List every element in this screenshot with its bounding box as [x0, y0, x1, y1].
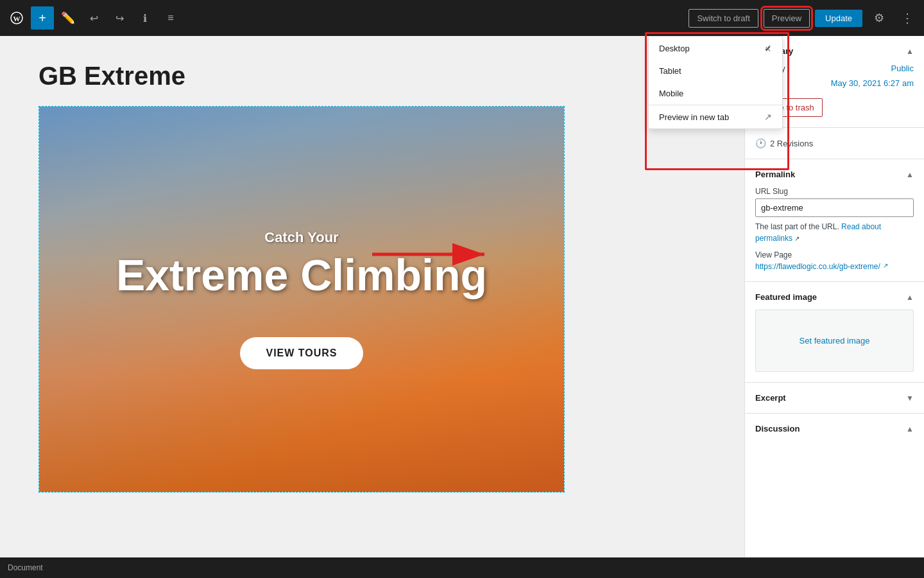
wp-logo-icon: W — [10, 12, 23, 24]
bottom-bar: Document — [0, 557, 924, 578]
preview-button[interactable]: Preview — [764, 9, 810, 28]
ellipsis-icon: ⋮ — [901, 10, 914, 26]
url-slug-input[interactable] — [755, 198, 914, 217]
dropdown-mobile-item[interactable]: Mobile — [649, 82, 782, 105]
list-view-button[interactable]: ≡ — [159, 6, 182, 30]
mobile-label: Mobile — [659, 89, 683, 98]
view-page-url: https://flawedlogic.co.uk/gb-extreme/ — [755, 262, 880, 271]
permalink-chevron-icon: ▲ — [906, 170, 914, 179]
featured-image-section: Featured image ▲ Set featured image — [745, 282, 924, 383]
undo-icon: ↩ — [90, 12, 98, 24]
revisions-row: 🕐 2 Revisions — [755, 138, 914, 148]
hero-subtitle: Catch Your — [264, 229, 338, 246]
permalink-section: Permalink ▲ URL Slug The last part of th… — [745, 159, 924, 282]
discussion-section: Discussion ▲ — [745, 414, 924, 444]
preview-new-tab-label: Preview in new tab — [659, 112, 729, 122]
add-block-button[interactable]: + — [31, 6, 54, 30]
permalink-header[interactable]: Permalink ▲ — [755, 170, 914, 179]
view-page-link[interactable]: https://flawedlogic.co.uk/gb-extreme/ ↗ — [755, 262, 914, 271]
info-icon: ℹ — [143, 12, 147, 24]
desktop-label: Desktop — [659, 44, 690, 53]
pencil-icon: ✏️ — [61, 11, 75, 25]
set-featured-image-button[interactable]: Set featured image — [755, 310, 914, 372]
hero-heading: Extreme Climbing — [116, 251, 487, 299]
excerpt-section: Excerpt ▼ — [745, 383, 924, 414]
hero-image: Catch Your Extreme Climbing VIEW TOURS — [39, 107, 564, 492]
svg-text:W: W — [13, 15, 21, 22]
excerpt-label: Excerpt — [755, 393, 786, 403]
preview-dropdown: × Desktop ✓ Tablet Mobile Preview in new… — [648, 36, 783, 129]
dropdown-close-button[interactable]: × — [759, 40, 777, 58]
external-link-icon-2: ↗ — [883, 262, 888, 269]
featured-image-chevron-icon: ▲ — [906, 293, 914, 302]
url-slug-label: URL Slug — [755, 187, 914, 196]
permalink-label: Permalink — [755, 170, 795, 179]
plus-icon: + — [38, 11, 46, 26]
hero-cta-button[interactable]: VIEW TOURS — [240, 337, 363, 369]
redo-icon: ↪ — [116, 12, 124, 24]
excerpt-header[interactable]: Excerpt ▼ — [755, 393, 914, 403]
publish-date-value-link[interactable]: May 30, 2021 6:27 am — [831, 78, 914, 88]
revisions-section: 🕐 2 Revisions — [745, 128, 924, 159]
dropdown-preview-new-tab-item[interactable]: Preview in new tab ↗ — [649, 105, 782, 128]
discussion-label: Discussion — [755, 424, 800, 434]
discussion-chevron-icon: ▲ — [906, 425, 914, 434]
revisions-label: 2 Revisions — [770, 139, 813, 148]
settings-button[interactable]: ⚙ — [868, 6, 891, 30]
visibility-value-link[interactable]: Public — [891, 64, 914, 73]
more-options-button[interactable]: ⋮ — [896, 6, 919, 30]
gear-icon: ⚙ — [874, 11, 884, 25]
editor-area: GB Extreme Catch Your Extreme Climbing V… — [0, 36, 744, 557]
hero-block[interactable]: Catch Your Extreme Climbing VIEW TOURS — [38, 106, 565, 493]
switch-to-draft-button[interactable]: Switch to draft — [689, 9, 758, 28]
external-link-icon: ↗ — [794, 235, 800, 242]
document-label: Document — [8, 563, 43, 572]
toolbar: W + ✏️ ↩ ↪ ℹ ≡ Switch to draft Preview U… — [0, 0, 924, 36]
external-link-icon-3: ↗ — [764, 112, 772, 122]
info-button[interactable]: ℹ — [133, 6, 157, 30]
update-button[interactable]: Update — [815, 10, 862, 27]
wp-logo-button[interactable]: W — [5, 6, 28, 30]
post-title[interactable]: GB Extreme — [38, 62, 565, 91]
excerpt-chevron-icon: ▼ — [906, 394, 914, 403]
toolbar-right: Switch to draft Preview Update ⚙ ⋮ — [689, 6, 919, 30]
featured-image-header[interactable]: Featured image ▲ — [755, 292, 914, 302]
permalink-help: The last part of the URL. Read about per… — [755, 221, 914, 244]
discussion-header[interactable]: Discussion ▲ — [755, 424, 914, 434]
featured-image-label: Featured image — [755, 292, 817, 302]
clock-icon: 🕐 — [755, 138, 766, 148]
dropdown-tablet-item[interactable]: Tablet — [649, 60, 782, 82]
summary-chevron-icon: ▲ — [906, 47, 914, 56]
view-page-label: View Page — [755, 250, 914, 259]
redo-button[interactable]: ↪ — [108, 6, 131, 30]
permalink-help-text: The last part of the URL. — [755, 222, 839, 231]
tablet-label: Tablet — [659, 66, 681, 76]
edit-mode-button[interactable]: ✏️ — [56, 6, 80, 30]
undo-button[interactable]: ↩ — [82, 6, 105, 30]
list-icon: ≡ — [167, 12, 173, 24]
main-layout: GB Extreme Catch Your Extreme Climbing V… — [0, 36, 924, 557]
